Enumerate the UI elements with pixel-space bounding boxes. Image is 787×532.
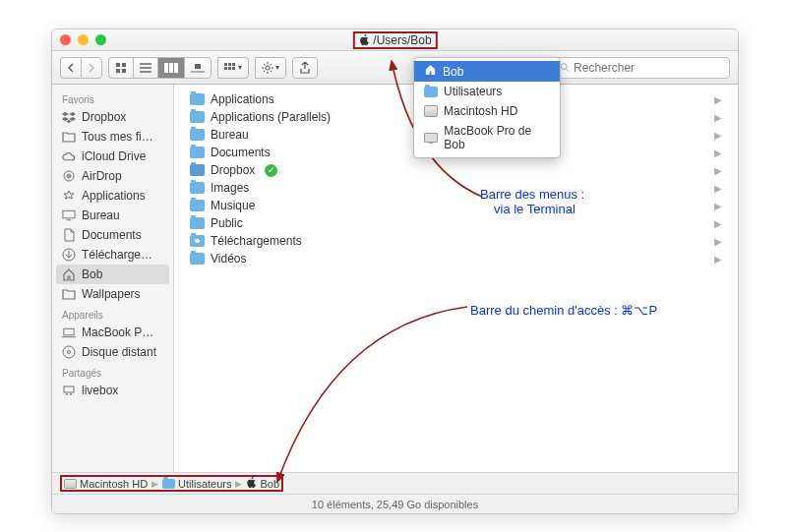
folder-icon <box>190 235 205 247</box>
dropdown-item[interactable]: Utilisateurs <box>414 82 560 101</box>
file-label: Documents <box>211 146 271 159</box>
sidebar-item-label: Documents <box>82 228 142 242</box>
back-button[interactable] <box>60 57 81 79</box>
svg-rect-2 <box>116 69 120 73</box>
chevron-right-icon: ▶ <box>714 130 722 141</box>
path-separator-icon: ▶ <box>233 479 244 489</box>
folder-icon <box>424 87 438 97</box>
share-button[interactable] <box>292 57 318 79</box>
sidebar-item-label: Tous mes fi… <box>82 130 153 144</box>
svg-point-25 <box>66 393 68 395</box>
gear-icon <box>262 62 273 74</box>
folder-icon <box>190 217 205 229</box>
sidebar-item[interactable]: AirDrop <box>52 166 173 186</box>
svg-rect-7 <box>195 64 201 69</box>
sidebar-item[interactable]: iCloud Drive <box>52 147 173 166</box>
arrange-button[interactable]: ▾ <box>217 57 249 79</box>
file-label: Musique <box>211 199 255 212</box>
sidebar-item[interactable]: Dropbox <box>52 107 173 127</box>
svg-rect-10 <box>232 63 235 66</box>
zoom-button[interactable] <box>95 34 106 45</box>
file-item[interactable]: Public▶ <box>174 214 738 232</box>
file-label: Téléchargements <box>211 234 302 248</box>
download-icon <box>62 248 76 262</box>
sidebar-item[interactable]: Disque distant <box>52 342 173 362</box>
title-path-text: /Users/Bob <box>373 33 431 47</box>
arrange-button-group: ▾ <box>217 57 249 79</box>
svg-rect-21 <box>64 328 74 335</box>
dropdown-item[interactable]: Bob <box>414 61 560 82</box>
folder-icon <box>190 182 205 194</box>
cloud-icon <box>62 149 76 163</box>
synced-icon: ✓ <box>265 164 277 177</box>
desktop-icon <box>62 208 76 222</box>
sidebar-item-label: iCloud Drive <box>82 149 146 163</box>
icon-view-button[interactable] <box>108 57 133 79</box>
sidebar-item[interactable]: MacBook P… <box>52 323 173 342</box>
list-view-button[interactable] <box>133 57 157 79</box>
window-title[interactable]: /Users/Bob <box>352 31 437 49</box>
svg-rect-3 <box>122 69 126 73</box>
titlebar[interactable]: /Users/Bob <box>52 30 738 51</box>
action-button[interactable]: ▾ <box>255 57 286 79</box>
column-view-button[interactable] <box>157 57 184 79</box>
sidebar-item[interactable]: Bureau <box>52 206 173 225</box>
dropdown-item-label: Macintosh HD <box>444 104 517 118</box>
chevron-right-icon: ▶ <box>714 112 722 123</box>
status-bar: 10 éléments, 25,49 Go disponibles <box>52 494 738 513</box>
title-path-dropdown[interactable]: BobUtilisateursMacintosh HDMacBook Pro d… <box>413 57 561 158</box>
dropbox-icon <box>62 110 76 124</box>
path-segment-label: Bob <box>260 478 279 490</box>
forward-button[interactable] <box>81 57 102 79</box>
path-segment[interactable]: Macintosh HD <box>64 478 148 490</box>
minimize-button[interactable] <box>78 34 89 45</box>
disc-icon <box>62 345 76 359</box>
path-bar[interactable]: Macintosh HD▶Utilisateurs▶Bob <box>52 472 738 494</box>
path-segment[interactable]: Bob <box>246 477 279 490</box>
sidebar-item-label: Dropbox <box>82 110 126 124</box>
sidebar-item[interactable]: Documents <box>52 225 173 245</box>
file-item[interactable]: Dropbox✓▶ <box>174 161 738 179</box>
file-label: Vidéos <box>211 252 246 266</box>
sidebar-item-label: Applications <box>82 189 146 203</box>
share-icon <box>299 62 311 74</box>
file-item[interactable]: Vidéos▶ <box>174 250 738 267</box>
sidebar-item[interactable]: Bob <box>56 265 169 284</box>
apple-icon <box>358 34 369 45</box>
sidebar-item[interactable]: Tous mes fi… <box>52 127 173 147</box>
file-label: Images <box>211 181 249 195</box>
sidebar-item[interactable]: Wallpapers <box>52 284 173 304</box>
path-segment[interactable]: Utilisateurs <box>162 478 231 490</box>
dropdown-item[interactable]: MacBook Pro de Bob <box>414 121 560 154</box>
sidebar-item-label: Wallpapers <box>82 287 141 301</box>
sidebar-header: Favoris <box>52 89 173 107</box>
dropdown-item[interactable]: Macintosh HD <box>414 101 560 121</box>
sidebar-item-label: Bureau <box>82 208 120 222</box>
sidebar-header: Appareils <box>52 304 173 323</box>
window-body: FavorisDropboxTous mes fi…iCloud DriveAi… <box>52 85 738 472</box>
view-buttons <box>108 57 212 79</box>
svg-point-14 <box>266 66 270 70</box>
sidebar-item[interactable]: livebox <box>52 381 173 400</box>
sidebar-item[interactable]: Télécharge… <box>52 245 173 265</box>
sidebar-item-label: livebox <box>82 384 118 397</box>
file-item[interactable]: Images▶ <box>174 179 738 197</box>
file-label: Dropbox <box>211 163 255 177</box>
search-box[interactable] <box>553 57 730 79</box>
file-label: Applications (Parallels) <box>211 110 331 124</box>
file-item[interactable]: Téléchargements▶ <box>174 232 738 250</box>
file-item[interactable]: Musique▶ <box>174 197 738 214</box>
folder-icon <box>62 287 76 301</box>
finder-window: /Users/Bob ▾ ▾ FavorisDropboxTous mes fi… <box>51 29 739 514</box>
sidebar[interactable]: FavorisDropboxTous mes fi…iCloud DriveAi… <box>52 85 174 472</box>
path-bar-highlight: Macintosh HD▶Utilisateurs▶Bob <box>60 475 283 492</box>
svg-point-22 <box>63 346 75 358</box>
laptop-icon <box>424 133 438 143</box>
docs-icon <box>62 228 76 242</box>
close-button[interactable] <box>60 34 71 45</box>
svg-rect-5 <box>169 63 173 73</box>
sidebar-item[interactable]: Applications <box>52 186 173 206</box>
search-input[interactable] <box>574 61 723 75</box>
coverflow-view-button[interactable] <box>184 57 212 79</box>
laptop-icon <box>62 325 76 339</box>
